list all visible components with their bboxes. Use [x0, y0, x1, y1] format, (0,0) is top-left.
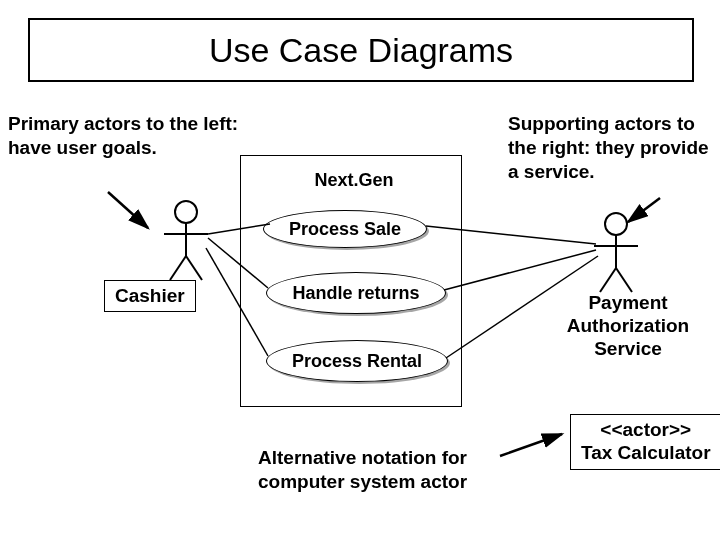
svg-point-0: [175, 201, 197, 223]
svg-line-8: [600, 268, 616, 292]
assoc-service-handlereturns: [444, 250, 596, 290]
diagram-overlay: [0, 0, 720, 540]
arrow-primary-to-cashier: [108, 192, 148, 228]
stick-figure-cashier-icon: [164, 201, 208, 280]
stick-figure-service-icon: [594, 213, 638, 292]
assoc-cashier-processsale: [208, 224, 270, 234]
assoc-service-processrental: [446, 256, 598, 358]
arrow-supporting-to-service: [628, 198, 660, 222]
assoc-service-processsale: [426, 226, 596, 244]
assoc-cashier-handlereturns: [208, 238, 268, 288]
svg-line-9: [616, 268, 632, 292]
svg-line-4: [186, 256, 202, 280]
assoc-cashier-processrental: [206, 248, 268, 356]
svg-point-5: [605, 213, 627, 235]
svg-line-3: [170, 256, 186, 280]
arrow-alt-to-taxcalc: [500, 434, 562, 456]
